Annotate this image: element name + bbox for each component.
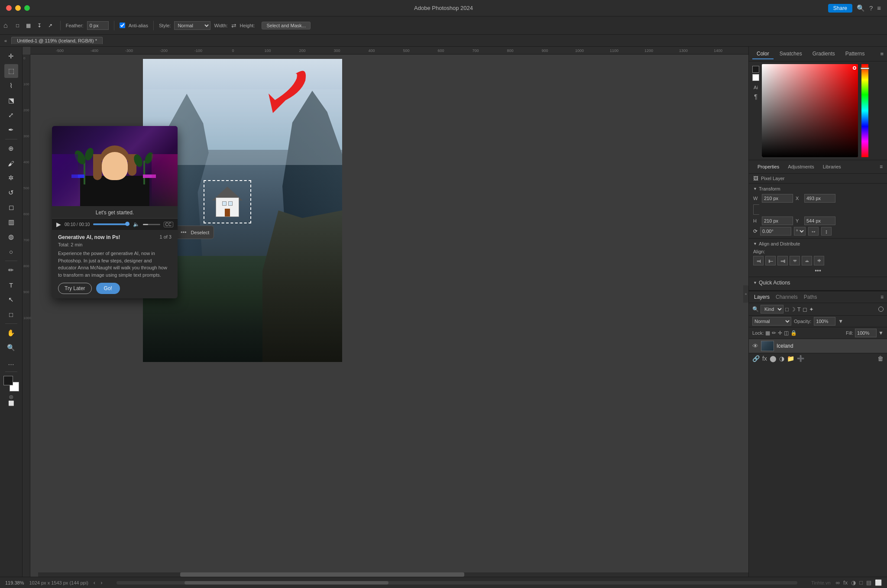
link-layers-icon[interactable]: 🔗 [752, 355, 760, 362]
filter-toggle[interactable] [878, 307, 884, 312]
cc-button[interactable]: CC [164, 222, 173, 227]
share-button[interactable]: Share [828, 4, 852, 13]
tab-adjustments[interactable]: Adjustments [783, 163, 819, 171]
home-icon[interactable]: ⌂ [3, 22, 8, 29]
fg-color-small[interactable] [752, 66, 759, 73]
tab-gradients[interactable]: Gradients [808, 49, 839, 59]
color-cursor[interactable] [853, 66, 856, 70]
foreground-color[interactable] [3, 376, 13, 385]
lock-artboard-icon[interactable]: ◫ [784, 330, 789, 336]
rotate-input[interactable] [760, 227, 791, 236]
layer-item[interactable]: 👁 Iceland [749, 339, 887, 353]
feather-input[interactable] [87, 21, 109, 30]
panel-collapse-handle[interactable]: « [743, 285, 748, 303]
delete-layer-icon[interactable]: 🗑 [877, 355, 884, 362]
collapse-arrow-qa-icon[interactable]: ▼ [753, 281, 757, 285]
tab-swatches[interactable]: Swatches [775, 49, 806, 59]
progress-bar[interactable] [93, 223, 129, 225]
minimize-button[interactable] [15, 5, 21, 11]
loop-icon[interactable]: ∞ [836, 579, 840, 586]
menu-icon[interactable]: ≡ [877, 4, 881, 12]
opacity-input[interactable] [814, 317, 835, 326]
y-input[interactable] [804, 216, 835, 225]
clone-stamp-tool[interactable]: ✲ [4, 171, 18, 185]
scrollbar-handle[interactable] [180, 572, 464, 577]
zoom-tool[interactable]: 🔍 [4, 341, 18, 355]
swap-dimensions-icon[interactable]: ⇄ [231, 22, 236, 29]
link-icon[interactable] [753, 204, 759, 215]
tab-paths[interactable]: Paths [802, 293, 819, 301]
more-options-icon[interactable]: ••• [181, 229, 187, 236]
rotate-unit-select[interactable]: ° [794, 227, 806, 236]
align-center-h-button[interactable]: ⫦ [765, 256, 776, 265]
layer-effects-icon[interactable]: fx [762, 355, 767, 362]
style-select[interactable]: Normal Fixed Ratio Fixed Size [174, 21, 210, 30]
fullscreen-button[interactable] [24, 5, 30, 11]
eraser-tool[interactable]: ◻ [4, 200, 18, 214]
blend-mode-select[interactable]: Normal [752, 317, 791, 326]
tab-patterns[interactable]: Patterns [841, 49, 869, 59]
lock-all-icon[interactable]: 🔒 [790, 330, 797, 336]
align-bottom-button[interactable]: ⫩ [814, 256, 824, 265]
new-document-icon[interactable]: □ [13, 21, 23, 30]
object-select-tool[interactable]: ⬔ [4, 94, 18, 107]
align-right-button[interactable]: ⫥ [777, 256, 788, 265]
w-input[interactable] [762, 194, 793, 203]
marquee-tool[interactable]: ⬚ [4, 64, 18, 78]
crop-tool[interactable]: ⤢ [4, 108, 18, 122]
align-top-button[interactable]: ⫧ [790, 256, 800, 265]
history-brush-tool[interactable]: ↺ [4, 186, 18, 200]
h-input[interactable] [762, 216, 793, 225]
gradient-tool[interactable]: ▥ [4, 215, 18, 229]
expand-icon[interactable]: ⬜ [875, 579, 882, 586]
deselect-button[interactable]: Deselect [191, 230, 210, 235]
fill-input[interactable] [855, 329, 877, 337]
nav-prev-icon[interactable]: ‹ [94, 579, 95, 586]
arrangement-icon[interactable]: ▤ [866, 579, 871, 586]
volume-bar[interactable] [143, 224, 160, 225]
filter-smart-icon[interactable]: ✦ [809, 306, 814, 313]
add-mask-icon[interactable]: ⬤ [770, 355, 777, 362]
go-button[interactable]: Go! [96, 283, 120, 294]
hue-spectrum[interactable] [861, 64, 868, 157]
select-mask-button[interactable]: Select and Mask... [262, 22, 311, 29]
close-button[interactable] [6, 5, 12, 11]
type-tool[interactable]: T [4, 278, 18, 292]
brush-tool[interactable]: 🖌 [4, 156, 18, 170]
flip-h-button[interactable]: ↔ [808, 227, 819, 236]
progress-thumb[interactable] [125, 222, 129, 226]
lasso-tool[interactable]: ⌇ [4, 79, 18, 93]
hue-thumb[interactable] [861, 68, 869, 69]
dodge-tool[interactable]: ○ [4, 245, 18, 258]
hand-tool[interactable]: ✋ [4, 326, 18, 340]
lock-position-icon[interactable]: ✛ [778, 330, 782, 336]
opacity-arrow-icon[interactable]: ▼ [838, 318, 843, 324]
tab-layers[interactable]: Layers [752, 293, 771, 301]
fill-arrow-icon[interactable]: ▼ [878, 330, 884, 336]
path-select-tool[interactable]: ↖ [4, 293, 18, 307]
artboard-icon[interactable]: □ [859, 579, 863, 586]
filter-pixel-icon[interactable]: □ [785, 306, 789, 313]
layer-visibility-icon[interactable]: 👁 [752, 342, 758, 349]
volume-icon[interactable]: 🔈 [133, 221, 139, 227]
lock-transparent-icon[interactable]: ▦ [765, 330, 770, 336]
panel-options-icon[interactable]: ≡ [880, 51, 884, 57]
tab-libraries[interactable]: Libraries [819, 163, 845, 171]
tab-properties[interactable]: Properties [753, 163, 783, 171]
export-icon[interactable]: ↗ [45, 21, 55, 30]
panel-menu-icon[interactable]: ≡ [880, 164, 883, 170]
color-gradient-picker[interactable] [762, 64, 868, 157]
try-later-button[interactable]: Try Later [58, 283, 92, 294]
open-icon[interactable]: ▦ [24, 21, 33, 30]
status-scrollbar[interactable] [117, 581, 797, 585]
canvas-content[interactable]: ✦ Generative Fill ✏ ⤡ ◫ ↻ ◑ ••• Deselect [30, 55, 748, 577]
collapse-arrow-align-icon[interactable]: ▼ [753, 242, 757, 246]
new-group-icon[interactable]: 📁 [787, 355, 794, 362]
align-middle-v-button[interactable]: ⫨ [802, 256, 812, 265]
lock-image-icon[interactable]: ✏ [772, 330, 776, 336]
new-layer-icon[interactable]: ➕ [797, 355, 804, 362]
eyedropper-tool[interactable]: ✒ [4, 123, 18, 137]
fx-icon[interactable]: fx [843, 579, 848, 586]
healing-brush-tool[interactable]: ⊕ [4, 142, 18, 155]
shape-tool[interactable]: □ [4, 307, 18, 321]
